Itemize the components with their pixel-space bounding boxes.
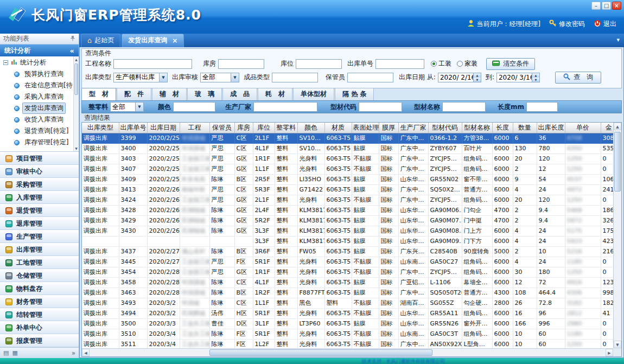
sidebar-item-purchase[interactable]: 采购管理 — [0, 178, 79, 191]
sidebar-item-site[interactable]: 工地管理 — [0, 256, 79, 269]
out-type-select[interactable]: 生产领料出库 — [113, 73, 168, 82]
tree-item-transit-info-query[interactable]: 在途信息查询[待 — [0, 80, 79, 91]
hscroll-thumb[interactable] — [209, 349, 432, 356]
table-row[interactable]: 调拨出库34302020/2/26石湖锦城陈琳G区3L3F整料KLM381760… — [82, 226, 617, 236]
location-input[interactable] — [296, 59, 342, 69]
column-header[interactable]: 数量 — [513, 123, 537, 133]
tree-item-purchase-inbound-query[interactable]: 采购入库查询 — [0, 91, 79, 103]
table-row[interactable]: 调拨出库35102020/3/4工业共工程陈琳F区5R1F整料光身料6063-T… — [82, 329, 617, 339]
sidebar-item-production[interactable]: 生产管理 — [0, 230, 79, 243]
scroll-down-icon[interactable]: ▼ — [74, 145, 79, 151]
tree-item-budget-exec-query[interactable]: 预算执行查询 — [0, 68, 79, 80]
table-row[interactable]: 调拨出库34542020/2/28工业园工程严思G区1R1F整料光身料6063-… — [82, 267, 617, 277]
material-tab-product[interactable]: 成 品 — [222, 88, 257, 100]
sidebar-item-carryover[interactable]: 结转管理 — [0, 308, 79, 321]
table-row[interactable]: 调拨出库34282020/2/26石湖锦城陈琳G区2L4F整料KLM381760… — [82, 205, 617, 215]
column-header[interactable]: 库房 — [234, 123, 253, 133]
sidebar-item-scrap[interactable]: 报废管理 — [0, 334, 79, 347]
dropdown-icon[interactable] — [159, 73, 167, 82]
pin-icon[interactable] — [70, 35, 75, 43]
dropdown-icon[interactable] — [231, 73, 239, 82]
column-header[interactable]: 长度 — [492, 123, 513, 133]
tree-item-shipping-outbound-query[interactable]: 发货出库查询 — [0, 103, 79, 114]
maximize-button[interactable]: □ — [602, 2, 611, 10]
tree-scrollbar[interactable]: ▲ ▼ — [73, 56, 79, 151]
sidebar-item-return-goods[interactable]: 退货管理 — [0, 204, 79, 217]
sidebar-item-supplement[interactable]: 补单中心 — [0, 321, 79, 334]
column-header[interactable]: 表面处理 — [352, 123, 379, 133]
collapse-icon[interactable]: « — [70, 47, 74, 55]
table-row[interactable]: 调拨出库34092020/2/25长安名苑陈琳B区2R5F整料LI35HO606… — [82, 174, 617, 184]
vertical-scrollbar[interactable]: ▲ ▼ — [613, 123, 621, 348]
to-date-input[interactable]: 2020/ 3/16 — [496, 73, 540, 82]
color-input[interactable] — [173, 102, 215, 112]
table-row[interactable]: 3L3F整料KLM38176063-T5贴膜国标山东华…GA90M09…门下方6… — [82, 236, 617, 246]
sidebar-group-header[interactable]: 统计分析 « — [0, 44, 79, 56]
from-date-spinner[interactable] — [473, 73, 481, 82]
grid-view-icon[interactable]: ▦ — [12, 349, 17, 356]
length-input[interactable] — [526, 102, 558, 112]
material-tab-auxiliary[interactable]: 辅 材 — [152, 88, 187, 100]
column-header[interactable]: 库位 — [253, 123, 275, 133]
sidebar-item-warehouse[interactable]: 仓储管理 — [0, 269, 79, 282]
column-header[interactable]: 颜色 — [297, 123, 324, 133]
table-row[interactable]: 调拨出库33992020/2/25华润源城严思C区2L1F整料SV10…6063… — [82, 133, 617, 143]
table-row[interactable]: 调拨出库34242020/2/26工业园工程严思G区2L1F整料光身料6063-… — [82, 195, 617, 205]
to-date-spinner[interactable] — [532, 73, 539, 82]
scroll-down-icon[interactable]: ▼ — [614, 341, 621, 348]
close-tab-icon[interactable]: × — [172, 38, 177, 43]
table-row[interactable]: 调拨出库35002020/3/3工业共工程曹佳D区3L1F整料LT3P60606… — [82, 318, 617, 329]
tree-item-receive-inbound-query[interactable]: 收货入库查询 — [0, 114, 79, 125]
column-header[interactable]: 生产厂家 — [398, 123, 428, 133]
search-button[interactable]: 查 询 — [555, 72, 601, 84]
radio-jiazhuang[interactable]: 家装 — [457, 59, 477, 68]
tab-list-caret-icon[interactable] — [616, 36, 620, 43]
column-header[interactable]: 型材代码 — [428, 123, 462, 133]
table-row[interactable]: 调拨出库34942020/3/2石湖辉城汤伟H区5R1F整料光身料6063-T5… — [82, 308, 617, 318]
project-name-input[interactable] — [113, 59, 192, 69]
material-tab-consumable[interactable]: 耗 材 — [258, 88, 292, 100]
column-header[interactable]: 出库单号 — [119, 123, 147, 133]
table-row[interactable]: 调拨出库34452020/2/27工业园工程严思F区5R1F整料光身料6063-… — [82, 257, 617, 267]
tree-item-stock-mgmt[interactable]: 库存管理[待定] — [0, 137, 79, 148]
keeper-input[interactable] — [347, 73, 393, 82]
table-row[interactable]: 调拨出库34072020/2/25工业园工程严思G区1L1F整料光身料6063-… — [82, 164, 617, 174]
material-tab-fittings[interactable]: 配 件 — [117, 88, 151, 100]
column-header[interactable]: 膜厚 — [379, 123, 398, 133]
logout-link[interactable]: 退出 — [594, 20, 616, 29]
sidebar-item-inventory[interactable]: 物料盘存 — [0, 282, 79, 295]
radio-gongzhuang[interactable]: 工装 — [431, 59, 451, 68]
change-password-link[interactable]: 修改密码 — [549, 20, 585, 29]
audit-select[interactable]: 全部 — [200, 73, 239, 82]
table-row[interactable]: 调拨出库34032020/2/25工业园工程严思G区1R1F整料光身料6063-… — [82, 154, 617, 164]
table-row[interactable]: 调拨出库34372020/2/27佛山名轩陈琳B区3R6F整料FW056063-… — [82, 246, 617, 257]
minimize-button[interactable]: – — [591, 2, 601, 10]
tab-start-page[interactable]: 起始页 — [81, 34, 120, 47]
column-header[interactable]: 工程 — [180, 123, 209, 133]
product-type-input[interactable] — [272, 73, 318, 82]
column-header[interactable]: 整零料 — [275, 123, 297, 133]
column-header[interactable]: 出库日期 — [147, 123, 180, 133]
material-tab-insulation-strip[interactable]: 隔 热 条 — [335, 88, 374, 100]
scroll-thumb[interactable] — [74, 63, 78, 95]
scroll-right-icon[interactable]: ▶ — [606, 349, 613, 356]
close-button[interactable]: × — [612, 2, 621, 10]
sidebar-item-return-store[interactable]: 退库管理 — [0, 217, 79, 230]
more-panels-icon[interactable]: » — [72, 349, 75, 357]
expander-icon[interactable] — [3, 60, 8, 65]
from-date-input[interactable]: 2020/ 2/16 — [438, 73, 481, 82]
scroll-left-icon[interactable]: ◀ — [82, 349, 90, 356]
vscroll-thumb[interactable] — [614, 132, 621, 191]
table-row[interactable]: 调拨出库34582020/2/28华润源城陈琳C区4L1F整料光身料6063-T… — [82, 277, 617, 288]
column-header[interactable]: 型材名称 — [462, 123, 492, 133]
column-header[interactable]: 出库长度 — [537, 123, 565, 133]
sidebar-item-outbound[interactable]: 出库管理 — [0, 243, 79, 256]
profile-code-input[interactable] — [359, 102, 402, 112]
table-row[interactable]: 调拨出库34932020/3/2华润城陈琳C区1L1F整料黑色塑料不贴膜国标湖南… — [82, 298, 617, 308]
profile-name-input[interactable] — [442, 102, 486, 112]
scroll-up-icon[interactable]: ▲ — [614, 123, 621, 130]
maker-input[interactable] — [253, 102, 317, 112]
table-row[interactable]: 调拨出库34132020/2/26南城华府严思C区5R3F整料G71422606… — [82, 184, 617, 195]
sidebar-item-inbound[interactable]: 入库管理 — [0, 191, 79, 204]
order-no-input[interactable] — [375, 59, 424, 69]
